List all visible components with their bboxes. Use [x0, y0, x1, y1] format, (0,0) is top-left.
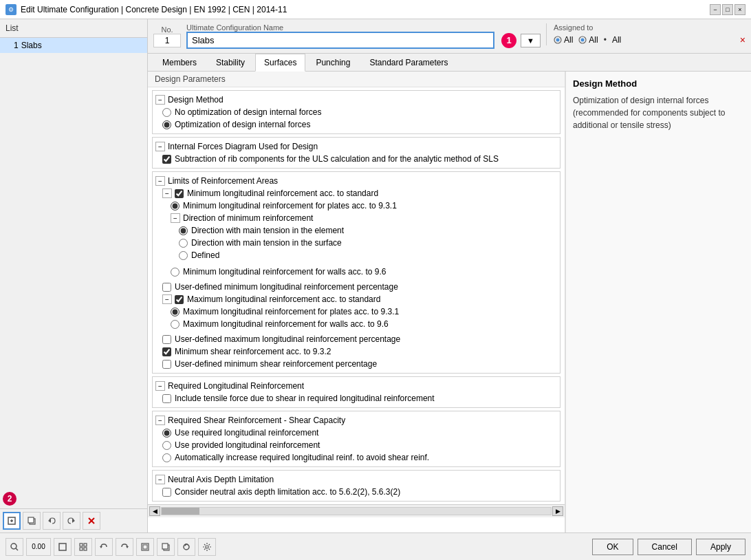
internal-forces-section: − Internal Forces Diagram Used for Desig… [152, 137, 560, 169]
radio-all-1[interactable]: All [554, 35, 573, 45]
consider-neutral-row: Consider neutral axis depth limitation a… [162, 486, 557, 498]
info-panel: Design Method Optimization of design int… [565, 72, 751, 532]
dir-main-tension-surface-label: Direction with main tension in the surfa… [191, 238, 342, 248]
ok-button[interactable]: OK [592, 539, 633, 555]
view-button[interactable] [54, 538, 72, 556]
titlebar-title: Edit Ultimate Configuration | Concrete D… [21, 5, 287, 14]
expand-required-long[interactable]: − [155, 381, 165, 391]
frame-button[interactable] [136, 538, 154, 556]
min-long-plates-label: Minimum longitudinal reinforcement for p… [183, 201, 397, 211]
checkbox-user-def-min[interactable] [162, 283, 171, 292]
expand-direction[interactable]: − [171, 213, 180, 223]
scrollbar-track[interactable] [161, 507, 552, 515]
dir-defined-label: Defined [191, 250, 219, 260]
expand-max-long[interactable]: − [162, 294, 172, 304]
checkbox-min-shear[interactable] [162, 347, 171, 356]
required-long-section: − Required Longitudinal Reinforcement In… [152, 376, 560, 408]
checkbox-tensile-force[interactable] [162, 394, 171, 403]
info-panel-text: Optimization of design internal forces (… [573, 94, 744, 131]
titlebar-controls[interactable]: − □ × [710, 4, 745, 15]
checkbox-subtraction[interactable] [162, 155, 171, 164]
config-name-input[interactable] [186, 32, 494, 49]
list-item[interactable]: 1 Slabs [0, 38, 147, 53]
radio-direction-surface[interactable] [179, 239, 188, 248]
expand-limits[interactable]: − [155, 176, 165, 186]
svg-rect-4 [28, 517, 34, 523]
checkbox-min-long[interactable] [175, 189, 184, 198]
zoom-button[interactable]: 0.00 [26, 538, 51, 556]
undo-button[interactable] [43, 512, 61, 530]
radio-direction-defined[interactable] [179, 251, 188, 260]
radio-min-long-plates[interactable] [171, 202, 179, 211]
tensile-force-row: Include tensile force due to shear in re… [162, 392, 557, 405]
svg-rect-15 [59, 543, 66, 550]
config-number-input[interactable] [153, 34, 181, 47]
maximize-button[interactable]: □ [722, 4, 733, 15]
reset-button[interactable] [95, 538, 113, 556]
radio-optimization[interactable] [162, 120, 171, 129]
copy-button[interactable] [23, 512, 41, 530]
badge-2: 2 [3, 492, 17, 506]
assigned-area: Assigned to All All • All × [546, 23, 745, 45]
radio-max-long-plates[interactable] [171, 308, 179, 316]
radio-use-required-long[interactable] [162, 429, 171, 438]
tab-stability[interactable]: Stability [207, 54, 254, 71]
close-button[interactable]: × [734, 4, 745, 15]
dir-main-tension-element-label: Direction with main tension in the eleme… [191, 226, 344, 235]
tab-standard-parameters[interactable]: Standard Parameters [360, 54, 457, 71]
required-long-row: − Required Longitudinal Reinforcement [155, 380, 557, 392]
params-scroll[interactable]: − Design Method No optimization of desig… [148, 87, 565, 532]
content-area: Design Parameters − Design Method No opt… [148, 72, 751, 532]
checkbox-consider-neutral[interactable] [162, 488, 171, 497]
expand-neutral-axis[interactable]: − [155, 475, 165, 484]
dialog-buttons: OK Cancel Apply [592, 539, 745, 555]
tab-members[interactable]: Members [153, 54, 206, 71]
radio-no-optimization[interactable] [162, 108, 171, 117]
expand-required-shear[interactable]: − [155, 416, 165, 425]
expand-design-method[interactable]: − [155, 95, 165, 105]
svg-point-12 [581, 39, 585, 42]
tab-punching[interactable]: Punching [307, 54, 359, 71]
use-provided-long-label: Use provided longitudinal reinforcement [175, 440, 320, 450]
radio-auto-increase[interactable] [162, 453, 171, 462]
design-method-section: − Design Method No optimization of desig… [152, 90, 560, 134]
auto-increase-label: Automatically increase required longitud… [175, 453, 429, 462]
radio-all-2[interactable]: All [578, 35, 598, 45]
copy2-button[interactable] [157, 538, 175, 556]
apply-button[interactable]: Apply [696, 539, 745, 555]
settings-button[interactable] [198, 538, 216, 556]
grid-button[interactable] [74, 538, 92, 556]
config-dropdown-button[interactable]: ▼ [521, 34, 541, 47]
checkbox-user-def-min-shear[interactable] [162, 360, 171, 369]
svg-line-14 [16, 548, 18, 550]
radio-use-provided-long[interactable] [162, 441, 171, 450]
use-required-long-row: Use required longitudinal reinforcement [162, 427, 557, 439]
dir-defined-row: Defined [179, 249, 557, 261]
checkbox-user-def-max[interactable] [162, 335, 171, 344]
expand-internal-forces[interactable]: − [155, 142, 165, 151]
refresh-button[interactable] [177, 538, 195, 556]
tab-surfaces[interactable]: Surfaces [255, 54, 305, 72]
redo2-button[interactable] [116, 538, 133, 556]
radio-direction-element[interactable] [179, 226, 188, 235]
new-config-button[interactable] [3, 512, 21, 530]
radio-min-long-walls[interactable] [171, 268, 179, 277]
use-provided-long-row: Use provided longitudinal reinforcement [162, 439, 557, 451]
max-long-label: Maximum longitudinal reinforcement acc. … [187, 294, 380, 304]
internal-forces-row: − Internal Forces Diagram Used for Desig… [155, 140, 557, 153]
delete-button[interactable] [83, 512, 100, 530]
checkbox-max-long[interactable] [175, 295, 184, 304]
scrollbar-thumb[interactable] [162, 508, 199, 515]
radio-max-long-walls[interactable] [171, 320, 179, 329]
assigned-close-button[interactable]: × [740, 34, 745, 45]
max-long-walls-label: Maximum longitudinal reinforcement for w… [183, 319, 389, 329]
minimize-button[interactable]: − [710, 4, 721, 15]
redo-button[interactable] [63, 512, 80, 530]
cancel-button[interactable]: Cancel [638, 539, 692, 555]
badge-1: 1 [501, 33, 516, 48]
expand-min-long[interactable]: − [162, 189, 172, 198]
svg-rect-18 [80, 548, 83, 550]
scroll-right-button[interactable]: ▶ [552, 506, 563, 516]
scroll-left-button[interactable]: ◀ [149, 506, 160, 516]
search-button[interactable] [6, 538, 23, 556]
